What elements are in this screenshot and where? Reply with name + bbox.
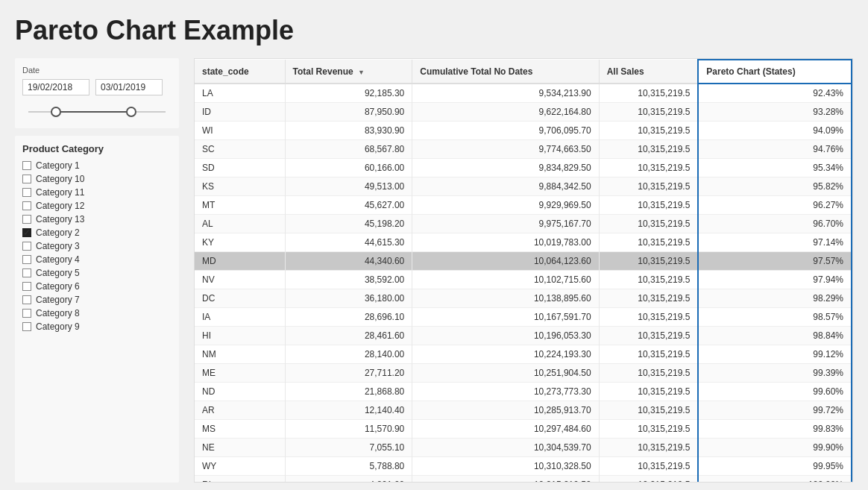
table-row[interactable]: KY44,615.3010,019,783.0010,315,219.597.1… <box>195 233 852 252</box>
category-item[interactable]: Category 7 <box>22 295 172 305</box>
cell-pareto: 99.95% <box>698 457 852 476</box>
category-checkbox[interactable] <box>22 175 31 183</box>
table-row[interactable]: IA28,696.1010,167,591.7010,315,219.598.5… <box>195 308 852 327</box>
cell-revenue: 28,461.60 <box>285 327 412 345</box>
table-row[interactable]: WI83,930.909,706,095.7010,315,219.594.09… <box>195 122 852 140</box>
cell-state: NE <box>195 439 285 457</box>
cell-revenue: 11,570.90 <box>285 420 412 439</box>
category-item[interactable]: ✓Category 2 <box>22 227 172 238</box>
col-header-state[interactable]: state_code <box>195 60 285 84</box>
col-header-revenue[interactable]: Total Revenue ▼ <box>285 60 412 84</box>
table-row[interactable]: MT45,627.009,929,969.5010,315,219.596.27… <box>195 196 852 215</box>
cell-revenue: 12,140.40 <box>285 401 412 420</box>
date-start-input[interactable] <box>22 79 89 95</box>
category-item[interactable]: Category 10 <box>22 174 172 184</box>
table-row[interactable]: AR12,140.4010,285,913.7010,315,219.599.7… <box>195 401 852 420</box>
category-checkbox[interactable] <box>22 242 31 251</box>
table-row[interactable]: MS11,570.9010,297,484.6010,315,219.599.8… <box>195 420 852 439</box>
cell-state: MS <box>195 420 285 439</box>
cell-allsales: 10,315,219.5 <box>599 476 698 483</box>
category-label: Category 3 <box>36 241 80 251</box>
table-row[interactable]: NM28,140.0010,224,193.3010,315,219.599.1… <box>195 345 852 364</box>
category-item[interactable]: Category 5 <box>22 268 172 278</box>
cell-pareto: 95.34% <box>698 159 852 178</box>
slider-thumb-left[interactable] <box>51 107 61 117</box>
category-checkbox[interactable] <box>22 295 31 304</box>
category-label: Category 9 <box>36 321 80 332</box>
cell-allsales: 10,315,219.5 <box>599 122 698 140</box>
cell-state: KY <box>195 233 285 252</box>
table-row[interactable]: NV38,592.0010,102,715.6010,315,219.597.9… <box>195 271 852 289</box>
category-checkbox[interactable] <box>22 255 31 264</box>
cell-allsales: 10,315,219.5 <box>599 439 698 457</box>
cell-state: NM <box>195 345 285 364</box>
table-row[interactable]: AL45,198.209,975,167.7010,315,219.596.70… <box>195 215 852 233</box>
table-row[interactable]: HI28,461.6010,196,053.3010,315,219.598.8… <box>195 327 852 345</box>
cell-state: DC <box>195 289 285 308</box>
cell-allsales: 10,315,219.5 <box>599 252 698 271</box>
category-checkbox[interactable] <box>22 322 31 331</box>
cell-state: AL <box>195 215 285 233</box>
col-header-cumulative[interactable]: Cumulative Total No Dates <box>412 60 599 84</box>
table-row[interactable]: MD44,340.6010,064,123.6010,315,219.597.5… <box>195 252 852 271</box>
cell-allsales: 10,315,219.5 <box>599 215 698 233</box>
category-item[interactable]: Category 6 <box>22 281 172 292</box>
category-checkbox[interactable]: ✓ <box>22 228 31 237</box>
category-label: Category 11 <box>36 187 84 198</box>
table-row[interactable]: DC36,180.0010,138,895.6010,315,219.598.2… <box>195 289 852 308</box>
cell-allsales: 10,315,219.5 <box>599 140 698 159</box>
category-item[interactable]: Category 12 <box>22 201 172 211</box>
cell-state: MT <box>195 196 285 215</box>
category-item[interactable]: Category 13 <box>22 214 172 224</box>
table-row[interactable]: ME27,711.2010,251,904.5010,315,219.599.3… <box>195 364 852 383</box>
cell-revenue: 60,166.00 <box>285 159 412 178</box>
table-row[interactable]: ID87,950.909,622,164.8010,315,219.593.28… <box>195 103 852 122</box>
cell-cumulative: 9,622,164.80 <box>412 103 599 122</box>
category-checkbox[interactable] <box>22 282 31 291</box>
col-header-allsales[interactable]: All Sales <box>599 60 698 84</box>
category-checkbox[interactable] <box>22 161 31 170</box>
category-item[interactable]: Category 4 <box>22 254 172 265</box>
cell-cumulative: 10,285,913.70 <box>412 401 599 420</box>
cell-pareto: 95.82% <box>698 178 852 196</box>
slider-thumb-right[interactable] <box>126 107 136 117</box>
cell-pareto: 98.29% <box>698 289 852 308</box>
table-row[interactable]: WY5,788.8010,310,328.5010,315,219.599.95… <box>195 457 852 476</box>
date-slider[interactable] <box>22 103 172 121</box>
category-label: Category 13 <box>36 214 84 224</box>
table-row[interactable]: SD60,166.009,834,829.5010,315,219.595.34… <box>195 159 852 178</box>
table-row[interactable]: LA92,185.309,534,213.9010,315,219.592.43… <box>195 84 852 103</box>
table-row[interactable]: NE7,055.1010,304,539.7010,315,219.599.90… <box>195 439 852 457</box>
category-item[interactable]: Category 11 <box>22 187 172 198</box>
cell-state: SC <box>195 140 285 159</box>
category-checkbox[interactable] <box>22 215 31 224</box>
category-item[interactable]: Category 8 <box>22 308 172 318</box>
cell-allsales: 10,315,219.5 <box>599 457 698 476</box>
category-item[interactable]: Category 9 <box>22 321 172 332</box>
cell-cumulative: 10,167,591.70 <box>412 308 599 327</box>
category-item[interactable]: Category 3 <box>22 241 172 251</box>
cell-revenue: 28,140.00 <box>285 345 412 364</box>
table-row[interactable]: ND21,868.8010,273,773.3010,315,219.599.6… <box>195 383 852 401</box>
category-checkbox[interactable] <box>22 188 31 197</box>
cell-revenue: 21,868.80 <box>285 383 412 401</box>
category-checkbox[interactable] <box>22 268 31 277</box>
page-title: Pareto Chart Example <box>15 15 853 46</box>
date-end-input[interactable] <box>95 79 163 95</box>
table-row[interactable]: KS49,513.009,884,342.5010,315,219.595.82… <box>195 178 852 196</box>
slider-track-filled <box>56 111 131 113</box>
cell-state: ND <box>195 383 285 401</box>
table-row[interactable]: RI4,891.0010,315,219.5010,315,219.5100.0… <box>195 476 852 483</box>
col-header-pareto[interactable]: Pareto Chart (States) <box>698 60 852 84</box>
cell-state: IA <box>195 308 285 327</box>
cell-allsales: 10,315,219.5 <box>599 196 698 215</box>
category-checkbox[interactable] <box>22 309 31 318</box>
category-item[interactable]: Category 1 <box>22 160 172 171</box>
table-row[interactable]: SC68,567.809,774,663.5010,315,219.594.76… <box>195 140 852 159</box>
cell-allsales: 10,315,219.5 <box>599 327 698 345</box>
category-checkbox[interactable] <box>22 201 31 210</box>
category-label: Category 7 <box>36 295 80 305</box>
cell-revenue: 7,055.10 <box>285 439 412 457</box>
cell-revenue: 44,615.30 <box>285 233 412 252</box>
cell-allsales: 10,315,219.5 <box>599 420 698 439</box>
